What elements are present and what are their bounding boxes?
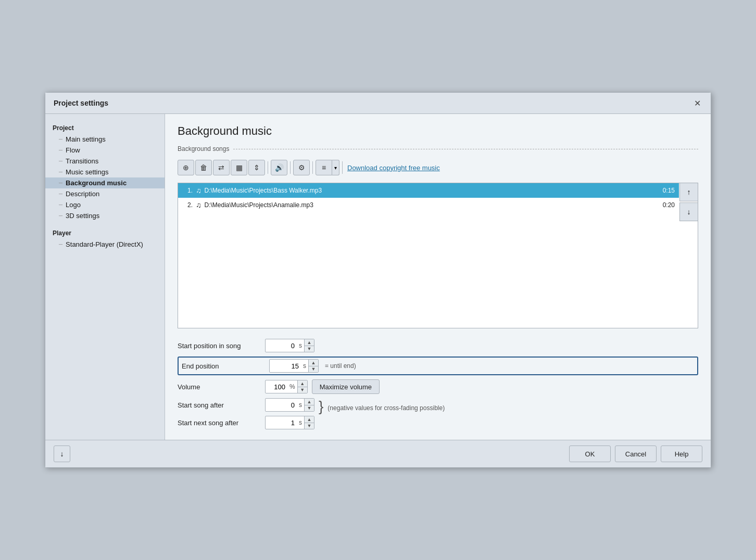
toolbar: ⊕ 🗑 ⇄ ▦ ⇕ 🔊 ⚙ ≡ ▾ Download copyright fre…: [178, 158, 698, 177]
settings-grid: Start position in song s ▲ ▼ End positio…: [178, 339, 698, 429]
start-song-row: Start song after s ▲ ▼: [178, 398, 314, 412]
help-button[interactable]: Help: [661, 446, 702, 462]
brace-icon: }: [319, 398, 323, 414]
start-next-up[interactable]: ▲: [305, 416, 314, 423]
sidebar-item-label: Description: [66, 190, 99, 198]
toolbar-separator-2: [290, 161, 291, 174]
ok-button[interactable]: OK: [569, 446, 611, 462]
sidebar-item-label: Logo: [66, 201, 81, 209]
download-link[interactable]: Download copyright free music: [347, 164, 440, 172]
start-next-down[interactable]: ▼: [305, 423, 314, 429]
end-position-row: End position s ▲ ▼ = until end): [178, 357, 698, 375]
move-button[interactable]: ⇕: [248, 160, 265, 175]
dialog-title: Project settings: [54, 99, 108, 107]
start-position-arrows: ▲ ▼: [304, 339, 314, 352]
dialog-footer: ↓ OK Cancel Help: [45, 440, 711, 467]
cancel-button[interactable]: Cancel: [615, 446, 657, 462]
start-song-arrows: ▲ ▼: [304, 399, 314, 411]
end-position-down[interactable]: ▼: [309, 366, 318, 373]
start-position-row: Start position in song s ▲ ▼: [178, 339, 698, 352]
song-item-2[interactable]: 2. ♫ D:\Media\Music\Projects\Anamalie.mp…: [178, 198, 679, 212]
sidebar-item-label: Background music: [66, 179, 127, 187]
song-list-inner: 1. ♫ D:\Media\Music\Projects\Bass Walker…: [178, 183, 679, 328]
scroll-up-button[interactable]: ↑: [679, 183, 698, 201]
sidebar-item-main-settings[interactable]: Main settings: [45, 134, 165, 145]
toolbar-separator-3: [312, 161, 313, 174]
volume-arrows: ▲ ▼: [297, 380, 307, 393]
order-button[interactable]: ≡: [316, 160, 332, 175]
close-button[interactable]: ✕: [692, 98, 702, 108]
end-position-unit: s: [301, 362, 308, 370]
sidebar-item-flow[interactable]: Flow: [45, 145, 165, 156]
scroll-buttons: ↑ ↓: [679, 183, 698, 221]
start-song-fields: Start song after s ▲ ▼ Star: [178, 398, 314, 429]
settings-button[interactable]: ⚙: [293, 160, 310, 175]
end-position-arrows: ▲ ▼: [308, 360, 318, 372]
end-position-note: = until end): [325, 362, 356, 370]
start-song-spinbox[interactable]: s ▲ ▼: [265, 398, 314, 412]
footer-left: ↓: [54, 446, 70, 462]
song-list-container: 1. ♫ D:\Media\Music\Projects\Bass Walker…: [178, 183, 698, 328]
start-song-input[interactable]: [266, 400, 297, 410]
player-section-label: Player: [45, 227, 165, 239]
volume-unit: %: [287, 383, 297, 390]
start-position-unit: s: [297, 342, 304, 349]
end-position-up[interactable]: ▲: [309, 360, 318, 366]
song-item-1[interactable]: 1. ♫ D:\Media\Music\Projects\Bass Walker…: [178, 183, 679, 198]
crossfade-note: (negative values for cross-fading possib…: [327, 398, 445, 412]
volume-down[interactable]: ▼: [298, 387, 307, 393]
footer-right: OK Cancel Help: [569, 446, 702, 462]
music-icon-2: ♫: [196, 201, 201, 209]
end-position-input[interactable]: [270, 361, 301, 371]
volume-button[interactable]: 🔊: [271, 160, 287, 175]
start-song-up[interactable]: ▲: [305, 399, 314, 405]
order-dropdown-group: ≡ ▾: [316, 160, 339, 175]
title-bar: Project settings ✕: [45, 93, 711, 114]
volume-input[interactable]: [266, 382, 287, 392]
sidebar-item-description[interactable]: Description: [45, 188, 165, 199]
grid-button[interactable]: ▦: [231, 160, 247, 175]
dialog-body: Project Main settings Flow Transitions M…: [45, 114, 711, 440]
sidebar-item-standard-player[interactable]: Standard-Player (DirectX): [45, 239, 165, 250]
scroll-down-button[interactable]: ↓: [679, 202, 698, 221]
start-position-input[interactable]: [266, 341, 297, 351]
song-num-2: 2.: [182, 201, 193, 209]
start-position-up[interactable]: ▲: [305, 339, 314, 346]
footer-download-button[interactable]: ↓: [54, 446, 70, 462]
sidebar-item-label: 3D settings: [66, 212, 99, 220]
start-song-unit: s: [297, 401, 304, 409]
order-dropdown-arrow[interactable]: ▾: [332, 160, 339, 175]
end-position-spinbox[interactable]: s ▲ ▼: [269, 359, 319, 373]
delete-button[interactable]: 🗑: [195, 160, 212, 175]
sidebar-item-3d-settings[interactable]: 3D settings: [45, 210, 165, 221]
song-path-2: D:\Media\Music\Projects\Anamalie.mp3: [205, 201, 653, 209]
volume-spinbox[interactable]: % ▲ ▼: [265, 380, 308, 393]
page-title: Background music: [178, 124, 698, 138]
sidebar-item-transitions[interactable]: Transitions: [45, 156, 165, 167]
sidebar-item-background-music[interactable]: Background music: [45, 177, 165, 188]
start-next-arrows: ▲ ▼: [304, 416, 314, 429]
start-song-down[interactable]: ▼: [305, 405, 314, 412]
start-position-down[interactable]: ▼: [305, 346, 314, 352]
volume-label: Volume: [178, 383, 261, 391]
project-section-label: Project: [45, 122, 165, 134]
maximize-volume-button[interactable]: Maximize volume: [312, 379, 380, 394]
sidebar-item-logo[interactable]: Logo: [45, 199, 165, 210]
toolbar-separator-1: [268, 161, 268, 174]
start-next-row: Start next song after s ▲ ▼: [178, 416, 314, 429]
start-song-label: Start song after: [178, 401, 261, 409]
project-settings-dialog: Project settings ✕ Project Main settings…: [45, 92, 711, 468]
sidebar-item-music-settings[interactable]: Music settings: [45, 167, 165, 177]
song-num-1: 1.: [182, 187, 193, 194]
add-button[interactable]: ⊕: [178, 160, 194, 175]
start-next-input[interactable]: [266, 418, 297, 428]
sidebar-item-label: Music settings: [66, 168, 108, 176]
toolbar-separator-4: [342, 161, 343, 174]
start-next-spinbox[interactable]: s ▲ ▼: [265, 416, 314, 429]
start-position-spinbox[interactable]: s ▲ ▼: [265, 339, 314, 352]
volume-row: Volume % ▲ ▼ Maximize volume: [178, 379, 698, 394]
volume-up[interactable]: ▲: [298, 380, 307, 387]
end-position-label: End position: [182, 362, 265, 370]
loop-button[interactable]: ⇄: [213, 160, 230, 175]
song-path-1: D:\Media\Music\Projects\Bass Walker.mp3: [205, 187, 653, 194]
